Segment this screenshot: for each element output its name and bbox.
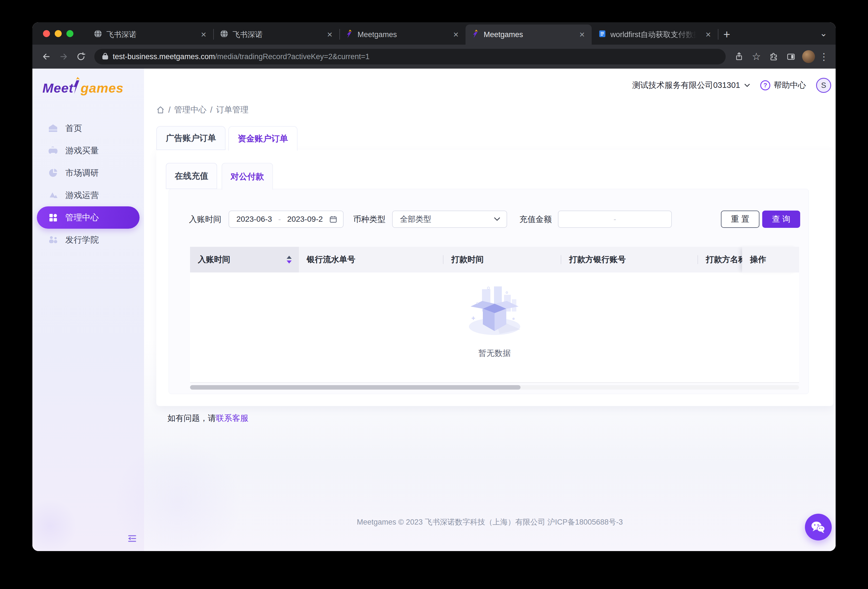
sidebar-collapse-icon[interactable] [126,533,137,544]
people-icon [48,235,58,245]
pie-chart-icon [48,168,58,178]
order-type-tabs: 广告账户订单 资金账户订单 [156,126,300,150]
bookmark-star-icon[interactable]: ☆ [748,49,764,65]
tab-online-recharge[interactable]: 在线充值 [166,163,217,189]
sidebar-item-label: 游戏买量 [65,145,99,156]
logo-games: games [81,80,124,96]
avatar[interactable]: S [816,78,831,93]
amount-input[interactable]: - [558,211,672,228]
url-path: /media/tradingRecord?activeKey=2&current… [215,52,369,61]
sidebar-item-home[interactable]: 首页 [32,117,144,140]
company-selector[interactable]: 测试技术服务有限公司031301 [632,80,750,91]
new-tab-button[interactable]: + [718,25,736,45]
tab-feishu-1[interactable]: 飞书深诺 ✕ [87,25,213,45]
amount-placeholder: - [613,215,616,224]
col-entry-time[interactable]: 入账时间 [190,247,299,272]
chevron-down-icon [744,83,750,88]
torch-icon [472,29,480,40]
forward-icon[interactable] [56,49,71,65]
tab-meetgames-active[interactable]: Meetgames ✕ [465,25,592,45]
sort-asc-caret [286,256,292,259]
close-icon[interactable]: ✕ [199,30,208,39]
help-center[interactable]: ? 帮助中心 [760,80,806,91]
col-label: 打款时间 [451,254,484,265]
filter-table-panel: 入账时间 2023-06-3 - 2023-09-2 币种类型 全部类型 充值金… [168,189,809,394]
breadcrumb-item[interactable]: 管理中心 [174,104,207,115]
breadcrumb-sep: / [210,105,213,115]
sidebar-item-publishing-academy[interactable]: 发行学院 [32,229,144,251]
content-card: 在线充值 对公付款 入账时间 2023-06-3 - 2023-09-2 币种类… [156,150,833,406]
calendar-icon [329,215,337,223]
screen: 飞书深诺 ✕ 飞书深诺 ✕ Meetgames ✕ [0,0,868,589]
reload-icon[interactable] [73,49,89,65]
web-page: Meet games 首页 游戏买量 [32,69,836,551]
breadcrumb-item: 订单管理 [216,104,248,115]
home-icon[interactable] [156,106,165,114]
empty-box-illustration [466,285,523,338]
table-header: 入账时间 银行流水单号 打款时间 打款方银行账号 打款方名称 操作 [190,247,799,272]
empty-state: 暂无数据 [466,285,523,359]
extensions-puzzle-icon[interactable] [766,49,781,65]
col-bank-serial: 银行流水单号 [299,247,443,272]
close-icon[interactable]: ✕ [577,30,587,39]
col-label: 操作 [750,254,766,265]
split-view-icon[interactable] [783,49,799,65]
url-host: test-business.meetgames.com [113,52,215,61]
tab-meetgames-1[interactable]: Meetgames ✕ [340,25,465,45]
wechat-fab[interactable] [805,514,832,540]
torch-icon [73,77,81,97]
payment-type-tabs: 在线充值 对公付款 [166,163,278,190]
close-icon[interactable]: ✕ [704,30,713,39]
col-payer-name: 打款方名称 [698,247,742,272]
breadcrumb: / 管理中心 / 订单管理 [156,104,248,115]
back-icon[interactable] [38,49,54,65]
query-button[interactable]: 查 询 [762,211,800,228]
tab-title: 飞书深诺 [106,29,195,40]
home-icon [48,123,58,133]
sort-icon[interactable] [286,256,292,264]
close-icon[interactable]: ✕ [325,30,334,39]
share-icon[interactable] [731,49,747,65]
maximize-window-button[interactable] [66,30,74,37]
tab-feishu-2[interactable]: 飞书深诺 ✕ [213,25,340,45]
browser-menu-kebab-icon[interactable]: ⋮ [818,51,830,62]
scrollbar-thumb[interactable] [190,385,521,390]
browser-profile-avatar[interactable] [802,50,815,63]
question-icon: ? [760,80,770,90]
close-icon[interactable]: ✕ [451,30,461,39]
contact-support-link[interactable]: 联系客服 [216,414,248,423]
col-label: 打款方名称 [706,254,742,265]
minimize-window-button[interactable] [55,30,62,37]
company-name: 测试技术服务有限公司031301 [632,80,740,91]
date-range-input[interactable]: 2023-06-3 - 2023-09-2 [229,211,344,228]
tab-corporate-payment[interactable]: 对公付款 [221,163,273,190]
sidebar-item-game-ops[interactable]: 游戏运营 [32,184,144,206]
sidebar-item-label: 管理中心 [65,212,99,223]
tab-worldfirst[interactable]: worldfirst自动获取支付数据-PR ✕ [592,25,718,45]
sidebar: Meet games 首页 游戏买量 [32,69,144,551]
meetgames-logo: Meet games [43,80,124,97]
date-filter-label: 入账时间 [189,211,221,228]
reset-button[interactable]: 重 置 [721,211,759,228]
tab-title: Meetgames [357,30,447,39]
address-bar[interactable]: test-business.meetgames.com /media/tradi… [94,49,726,65]
tab-fund-account-orders[interactable]: 资金账户订单 [228,126,298,150]
tab-search-chevron-icon[interactable]: ⌄ [820,28,827,38]
tab-ad-account-orders[interactable]: 广告账户订单 [156,126,226,150]
sidebar-item-game-buy[interactable]: 游戏买量 [32,140,144,162]
sidebar-item-admin-center[interactable]: 管理中心 [37,206,140,229]
sidebar-item-market-research[interactable]: 市场调研 [32,162,144,184]
horizontal-scrollbar[interactable] [190,385,799,390]
close-window-button[interactable] [43,30,50,37]
currency-filter-label: 币种类型 [353,211,385,228]
lock-icon [102,52,109,61]
torch-icon [346,29,353,40]
help-label: 帮助中心 [774,80,806,91]
date-range-separator: - [278,215,281,224]
currency-select[interactable]: 全部类型 [392,211,507,228]
col-label: 银行流水单号 [307,254,355,265]
sidebar-item-label: 发行学院 [65,234,99,246]
traffic-lights [43,30,74,37]
sidebar-nav: 首页 游戏买量 市场调研 [32,117,144,251]
date-to-value: 2023-09-2 [287,215,323,224]
